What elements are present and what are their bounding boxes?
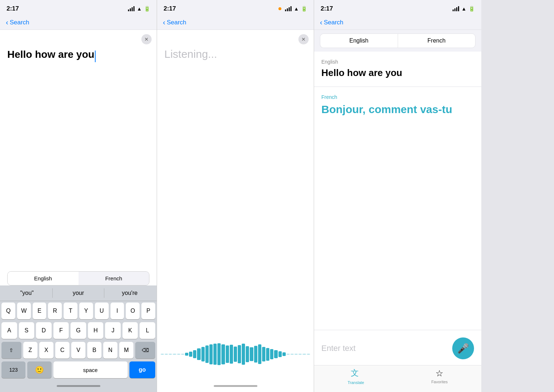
key-Q[interactable]: Q — [1, 303, 15, 319]
back-label-1: Search — [10, 19, 29, 26]
suggestion-1[interactable]: "you" — [1, 288, 53, 298]
close-button-1[interactable]: ✕ — [141, 34, 152, 44]
waveform-dot — [165, 354, 168, 355]
tab-french[interactable]: French — [398, 33, 476, 48]
key-V[interactable]: V — [71, 342, 85, 359]
battery-icon-2: 🔋 — [301, 6, 307, 12]
target-lang-label: French — [321, 94, 474, 100]
back-button-1[interactable]: ‹ Search — [6, 18, 151, 27]
close-button-2[interactable]: ✕ — [298, 34, 309, 44]
waveform-dot — [290, 354, 294, 355]
content-area-1: ✕ Hello how are you English French "you"… — [0, 30, 157, 392]
key-M[interactable]: M — [119, 342, 133, 359]
key-row-2: A S D F G H J K L — [0, 321, 157, 340]
key-O[interactable]: O — [126, 303, 140, 319]
waveform-bar — [234, 347, 237, 362]
target-section: French Bonjour, comment vas-tu — [314, 87, 481, 330]
enter-text-placeholder[interactable]: Enter text — [321, 344, 452, 353]
back-button-2[interactable]: ‹ Search — [163, 18, 308, 27]
back-button-3[interactable]: ‹ Search — [320, 18, 475, 27]
status-time-1: 2:17 — [7, 5, 19, 12]
status-bar-3: 2:17 ▲ 🔋 — [314, 0, 481, 16]
status-bar-1: 2:17 ▲ 🔋 — [0, 0, 157, 16]
waveform-dot — [173, 354, 176, 355]
key-R[interactable]: R — [48, 303, 62, 319]
waveform-dot — [181, 354, 184, 355]
svg-text:文: 文 — [351, 368, 359, 377]
key-Y[interactable]: Y — [79, 303, 93, 319]
waveform-bar — [197, 348, 200, 360]
suggestion-2[interactable]: your — [53, 288, 104, 298]
key-delete[interactable]: ⌫ — [135, 342, 155, 359]
tab-english[interactable]: English — [320, 33, 398, 48]
key-C[interactable]: C — [55, 342, 69, 359]
suggestion-3[interactable]: you're — [104, 288, 155, 298]
waveform-bar — [246, 346, 249, 362]
key-go[interactable]: go — [129, 361, 155, 378]
tab-favorites[interactable]: ☆ Favorites — [398, 368, 481, 385]
key-D[interactable]: D — [36, 322, 52, 339]
key-U[interactable]: U — [95, 303, 109, 319]
target-text: Bonjour, comment vas-tu — [321, 102, 474, 116]
key-H[interactable]: H — [88, 322, 104, 339]
key-W[interactable]: W — [17, 303, 31, 319]
waveform-bar — [238, 345, 241, 363]
tab-bar-3: 文 Translate ☆ Favorites — [314, 365, 481, 392]
key-L[interactable]: L — [140, 322, 155, 339]
source-section: English Hello how are you — [314, 52, 481, 87]
waveform-dot — [161, 354, 164, 355]
waveform-bar — [262, 347, 265, 361]
key-nums[interactable]: 123 — [1, 361, 25, 378]
key-S[interactable]: S — [19, 322, 35, 339]
mic-icon: 🎤 — [457, 343, 469, 354]
text-input-area[interactable]: Hello how are you — [0, 30, 157, 271]
key-Z[interactable]: Z — [23, 342, 37, 359]
phone-3: 2:17 ▲ 🔋 ‹ Search English French English… — [314, 0, 481, 392]
key-T[interactable]: T — [64, 303, 77, 319]
signal-icon-1 — [128, 6, 135, 11]
waveform-bar — [201, 347, 205, 361]
bottom-bar-1 — [0, 380, 157, 392]
status-icons-2: ▲ 🔋 — [278, 6, 307, 12]
wifi-icon-3: ▲ — [461, 6, 466, 12]
waveform-bar — [185, 353, 188, 356]
status-icons-3: ▲ 🔋 — [453, 6, 475, 12]
translation-content: English Hello how are you French Bonjour… — [314, 52, 481, 330]
nav-bar-1: ‹ Search — [0, 16, 157, 30]
key-shift[interactable]: ⇧ — [1, 342, 21, 359]
waveform-bar — [274, 350, 277, 358]
lang-french-btn[interactable]: French — [79, 272, 149, 285]
waveform-bar — [266, 348, 269, 361]
key-I[interactable]: I — [111, 303, 124, 319]
key-N[interactable]: N — [103, 342, 117, 359]
waveform-bar — [254, 346, 257, 363]
key-emoji[interactable]: 🙂 — [27, 361, 51, 378]
content-area-2: ✕ Listening... — [157, 30, 314, 392]
audio-waveform — [161, 343, 310, 365]
key-F[interactable]: F — [53, 322, 69, 339]
tab-translate[interactable]: 文 Translate — [314, 368, 398, 385]
key-space[interactable]: space — [53, 361, 128, 378]
waveform-dot — [286, 354, 290, 355]
mic-button[interactable]: 🎤 — [452, 337, 474, 359]
key-G[interactable]: G — [71, 322, 86, 339]
key-J[interactable]: J — [105, 322, 121, 339]
key-E[interactable]: E — [33, 303, 47, 319]
key-P[interactable]: P — [141, 303, 155, 319]
key-X[interactable]: X — [39, 342, 53, 359]
waveform-bar — [250, 347, 253, 361]
phone-2: 2:17 ▲ 🔋 ‹ Search ✕ Listening... — [157, 0, 314, 392]
key-row-4: 123 🙂 space go — [0, 360, 157, 380]
keyboard: "you" your you're Q W E R T Y U I O P A … — [0, 285, 157, 392]
key-B[interactable]: B — [87, 342, 101, 359]
waveform-bar — [189, 352, 192, 357]
favorites-icon: ☆ — [435, 368, 443, 379]
key-A[interactable]: A — [1, 322, 17, 339]
nav-bar-2: ‹ Search — [157, 16, 314, 30]
waveform-dot — [294, 354, 298, 355]
phone-1: 2:17 ▲ 🔋 ‹ Search ✕ Hello how are you En… — [0, 0, 157, 392]
source-lang-label: English — [321, 59, 474, 65]
key-K[interactable]: K — [123, 322, 138, 339]
waveform-dot — [302, 354, 306, 355]
lang-english-btn[interactable]: English — [8, 272, 79, 285]
